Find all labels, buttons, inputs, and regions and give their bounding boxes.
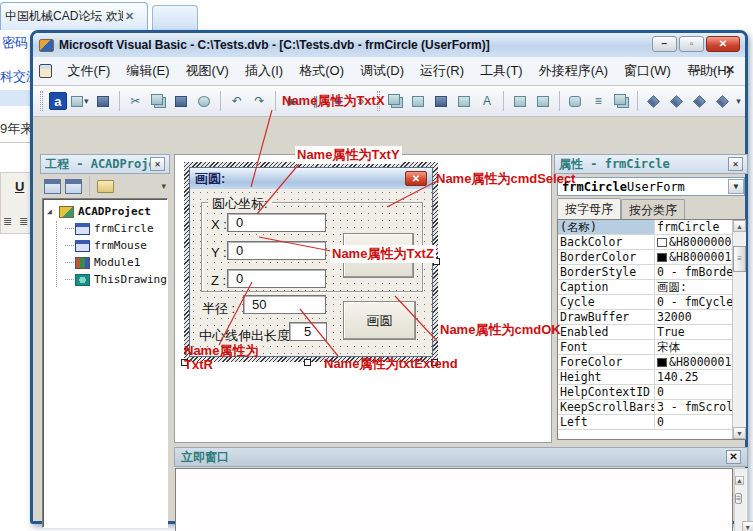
immediate-close-icon[interactable]: ✕ <box>726 450 741 464</box>
save-icon[interactable] <box>93 91 113 111</box>
align-lefts-icon[interactable] <box>644 91 664 111</box>
z-input[interactable]: 0 <box>227 269 326 288</box>
cut-icon[interactable]: ✂ <box>125 91 145 111</box>
align-rights-icon[interactable] <box>690 91 710 111</box>
form-title-bar[interactable]: 画圆: ✕ <box>190 168 432 189</box>
pan-hand-icon[interactable] <box>565 91 585 111</box>
property-row[interactable]: DrawBuffer32000 <box>558 310 732 325</box>
find-icon[interactable] <box>194 91 214 111</box>
menu-file[interactable]: 文件(F) <box>60 59 119 83</box>
restore-button[interactable]: ▫ <box>679 36 704 52</box>
radius-input[interactable]: 50 <box>243 295 326 314</box>
menu-edit[interactable]: 编辑(E) <box>118 59 177 83</box>
tab-alphabetic[interactable]: 按字母序 <box>557 198 621 221</box>
property-row[interactable]: Caption画圆: <box>558 280 732 295</box>
mdi-minimize-icon[interactable]: − <box>694 63 701 77</box>
menu-view[interactable]: 视图(V) <box>178 59 237 83</box>
resize-handle[interactable] <box>304 359 311 366</box>
tree-item-thisdrawing[interactable]: ThisDrawing <box>47 271 167 288</box>
align-icon[interactable]: ≡ <box>588 91 608 111</box>
project-title-bar[interactable]: 工程 - ACADProject ✕ <box>40 154 170 174</box>
properties-close-icon[interactable]: ✕ <box>728 157 743 171</box>
outdent-icon[interactable] <box>533 91 553 111</box>
insert-userform-icon[interactable]: ▾ <box>70 91 90 111</box>
menu-debug[interactable]: 调试(D) <box>352 59 412 83</box>
property-row[interactable]: BorderStyle0 - fmBorderS <box>558 265 732 280</box>
paste-icon[interactable] <box>171 91 191 111</box>
browser-tab-inactive[interactable] <box>152 5 198 30</box>
select-objects-icon[interactable] <box>431 91 451 111</box>
property-row[interactable]: Left0 <box>558 415 732 430</box>
property-row[interactable]: HelpContextID0 <box>558 385 732 400</box>
align-left-icon[interactable]: ≣ <box>3 215 11 228</box>
expand-icon[interactable]: ◢ <box>47 207 59 216</box>
property-row[interactable]: KeepScrollBars3 - fmScrollB <box>558 400 732 415</box>
property-row[interactable]: (名称)frmCircle <box>558 220 732 235</box>
arrange-icon[interactable] <box>611 91 631 111</box>
password-link[interactable]: 密码 <box>2 34 28 52</box>
property-row[interactable]: BorderColor&H80000012 <box>558 250 732 265</box>
property-row[interactable]: Font宋体 <box>558 340 732 355</box>
x-input[interactable]: 0 <box>227 213 326 232</box>
property-row[interactable]: EnabledTrue <box>558 325 732 340</box>
align-tops-icon[interactable] <box>712 91 732 111</box>
y-input[interactable]: 0 <box>227 241 326 260</box>
scroll-down-icon[interactable]: ▼ <box>733 427 746 439</box>
align-centers-icon[interactable] <box>667 91 687 111</box>
undo-icon[interactable]: ↶ <box>227 91 247 111</box>
browser-tab-active[interactable]: 中国机械CAD论坛 欢迎... ✕ <box>0 2 148 30</box>
selector-dropdown-icon[interactable]: ▼ <box>728 179 744 194</box>
close-button[interactable]: ✕ <box>706 36 740 52</box>
project-toolbar-overflow-icon[interactable]: ▾ <box>161 181 166 191</box>
scroll-down-icon[interactable]: ▼ <box>742 521 753 531</box>
scroll-up-icon[interactable]: ▲ <box>735 476 744 485</box>
redo-icon[interactable]: ↷ <box>250 91 270 111</box>
property-row[interactable]: ForeColor&H80000012 <box>558 355 732 370</box>
object-selector[interactable]: frmCircle UserForm ▼ <box>557 177 745 196</box>
extend-input[interactable]: 5 <box>289 322 327 341</box>
underline-button[interactable]: U <box>15 179 24 194</box>
mdi-restore-icon[interactable]: ▫ <box>711 63 715 77</box>
toolbar2-overflow-icon[interactable]: ▾ <box>736 96 741 106</box>
vb-title-bar[interactable]: Microsoft Visual Basic - C:\Tests.dvb - … <box>33 33 745 57</box>
properties-title-bar[interactable]: 属性 - frmCircle ✕ <box>554 154 748 174</box>
tree-item-frmmouse[interactable]: frmMouse <box>47 237 167 254</box>
view-object-icon[interactable] <box>65 179 82 194</box>
menu-addins[interactable]: 外接程序(A) <box>531 59 616 83</box>
snap-to-grid-icon[interactable] <box>454 91 474 111</box>
tree-item-frmcircle[interactable]: frmCircle <box>47 220 167 237</box>
tree-item-module1[interactable]: Module1 <box>47 254 167 271</box>
menu-tools[interactable]: 工具(T) <box>472 59 531 83</box>
menu-window[interactable]: 窗口(W) <box>616 59 679 83</box>
draw-circle-button[interactable]: 画圆 <box>343 301 416 340</box>
toolbar-grip[interactable] <box>40 91 43 111</box>
minimize-button[interactable]: − <box>652 36 677 52</box>
view-code-icon[interactable] <box>44 179 61 194</box>
acad-view-icon[interactable]: a <box>49 92 67 110</box>
property-row[interactable]: Height140.25 <box>558 370 732 385</box>
properties-vscrollbar[interactable]: ▲ ≡ ▼ <box>732 220 746 439</box>
menu-format[interactable]: 格式(O) <box>291 59 352 83</box>
menu-run[interactable]: 运行(R) <box>412 59 472 83</box>
font-icon[interactable]: A <box>477 91 497 111</box>
scroll-thumb[interactable]: ≡ <box>735 493 742 504</box>
menu-insert[interactable]: 插入(I) <box>237 59 291 83</box>
copy-icon[interactable] <box>148 91 168 111</box>
project-close-icon[interactable]: ✕ <box>150 157 165 171</box>
toggle-folders-icon[interactable] <box>97 180 114 193</box>
form-close-icon[interactable]: ✕ <box>405 171 427 186</box>
send-to-back-icon[interactable] <box>409 91 429 111</box>
property-row[interactable]: Cycle0 - fmCycleAl <box>558 295 732 310</box>
immediate-content[interactable] <box>175 468 733 531</box>
tree-item-acadproject[interactable]: ◢ ACADProject <box>47 203 167 220</box>
property-row[interactable]: BackColor&H8000000F <box>558 235 732 250</box>
indent-icon[interactable] <box>510 91 530 111</box>
tab-close-icon[interactable]: ✕ <box>125 10 134 23</box>
align-right-icon[interactable]: ≣ <box>19 215 27 228</box>
bring-to-front-icon[interactable] <box>386 91 406 111</box>
immediate-vscrollbar[interactable]: ▲ ≡ ▼ <box>734 468 748 531</box>
immediate-title-bar[interactable]: 立即窗口 ✕ <box>174 447 748 467</box>
mdi-close-icon[interactable]: ✕ <box>725 63 735 77</box>
scroll-up-icon[interactable]: ▲ <box>733 220 746 232</box>
scroll-thumb[interactable]: ≡ <box>733 246 746 272</box>
